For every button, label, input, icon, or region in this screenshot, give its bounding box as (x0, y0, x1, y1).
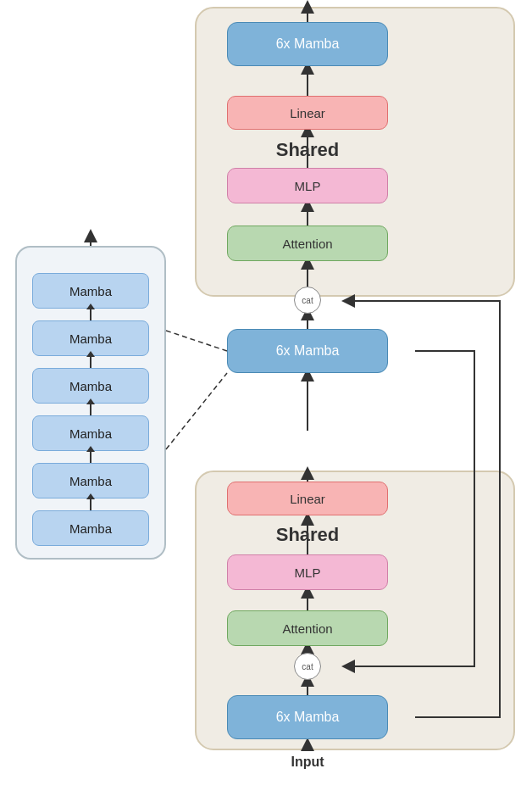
left-detail-box: Mamba Mamba Mamba Mamba Mamba Mamba (15, 246, 166, 560)
mid-6x-mamba-label: 6x Mamba (276, 343, 340, 359)
arrow-between-mamba (90, 309, 91, 320)
bottom-6x-mamba-block: 6x Mamba (227, 695, 388, 739)
bottom-linear-block: Linear (227, 482, 388, 515)
top-6x-mamba-label: 6x Mamba (276, 36, 340, 52)
bottom-attention-label: Attention (282, 621, 332, 636)
mid-6x-mamba-block: 6x Mamba (227, 329, 388, 373)
diagram: Mamba Mamba Mamba Mamba Mamba Mamba 6x M… (0, 0, 532, 802)
mamba-block-1: Mamba (32, 510, 149, 546)
top-attention-block: Attention (227, 226, 388, 261)
mamba-stack: Mamba Mamba Mamba Mamba Mamba Mamba (29, 273, 152, 546)
bottom-6x-mamba-label: 6x Mamba (276, 710, 340, 725)
arrow-between-mamba (90, 498, 91, 510)
top-6x-mamba-block: 6x Mamba (227, 22, 388, 66)
top-mlp-block: MLP (227, 168, 388, 203)
arrow-between-mamba (90, 451, 91, 463)
svg-line-14 (166, 331, 227, 351)
cat-circle-top: cat (294, 287, 321, 314)
top-mlp-label: MLP (295, 179, 321, 193)
svg-line-15 (166, 373, 227, 449)
arrow-between-mamba (90, 404, 91, 415)
bottom-mlp-label: MLP (295, 565, 321, 580)
top-linear-block: Linear (227, 96, 388, 130)
bottom-linear-label: Linear (290, 492, 325, 506)
bottom-shared-label: Shared (227, 524, 388, 546)
cat-circle-bottom: cat (294, 653, 321, 680)
input-label: Input (227, 755, 388, 770)
bottom-attention-block: Attention (227, 610, 388, 646)
bottom-mlp-block: MLP (227, 554, 388, 590)
top-shared-label: Shared (227, 139, 388, 161)
top-linear-label: Linear (290, 106, 325, 120)
top-attention-label: Attention (282, 237, 332, 251)
arrow-between-mamba (90, 356, 91, 368)
